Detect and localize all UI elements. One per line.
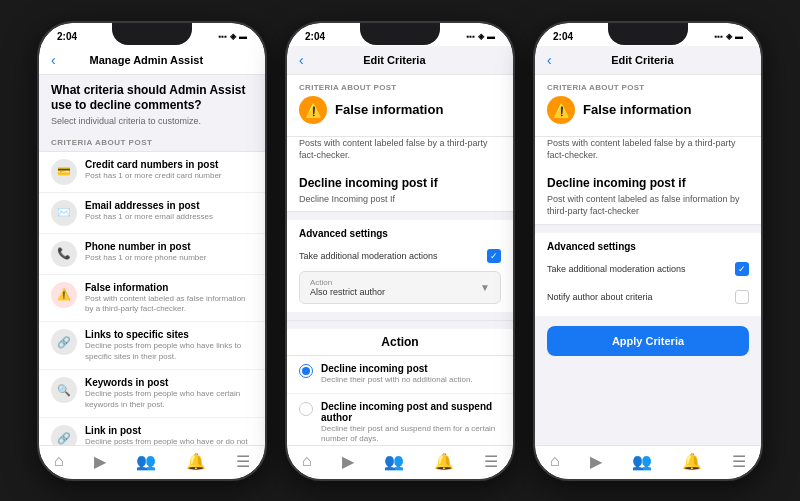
signal-icon-3: ▪▪▪ (714, 32, 723, 41)
notch-3 (608, 23, 688, 45)
criteria-desc-links: Decline posts from people who have links… (85, 341, 253, 362)
criteria-desc-cc: Post has 1 or more credit card number (85, 171, 253, 181)
criteria-name-links: Links to specific sites (85, 329, 253, 340)
criteria-item-keywords[interactable]: 🔍 Keywords in post Decline posts from pe… (39, 370, 265, 418)
phone-3: 2:04 ▪▪▪ ◈ ▬ ‹ Edit Criteria Criteria ab… (533, 21, 763, 481)
criteria-name-phone: Phone number in post (85, 241, 253, 252)
radio-1[interactable] (299, 364, 313, 378)
toggle-text-3b: Notify author about criteria (547, 292, 735, 302)
screen-content-1: What criteria should Admin Assist use to… (39, 75, 265, 445)
tab-menu-1[interactable]: ☰ (236, 452, 250, 471)
criteria-about-label-2: Criteria about post (299, 83, 501, 92)
criteria-desc-link-post: Decline posts from people who have or do… (85, 437, 253, 444)
action-dropdown-2[interactable]: Action Also restrict author ▼ (299, 271, 501, 304)
criteria-name-email: Email addresses in post (85, 200, 253, 211)
phone-icon: 📞 (51, 241, 77, 267)
tab-bar-2: ⌂ ▶ 👥 🔔 ☰ (287, 445, 513, 479)
action-option-2[interactable]: Decline incoming post and suspend author… (287, 394, 513, 445)
nav-title-3: Edit Criteria (552, 54, 733, 66)
signal-icon-1: ▪▪▪ (218, 32, 227, 41)
action-label-2: Action (310, 278, 385, 287)
criteria-about-card-3: Criteria about post ⚠️ False information (535, 75, 761, 137)
false-info-desc-3: Posts with content labeled false by a th… (535, 137, 761, 168)
wifi-icon-3: ◈ (726, 32, 732, 41)
dropdown-chevron-2: ▼ (480, 282, 490, 293)
notch-2 (360, 23, 440, 45)
toggle-text-2: Take additional moderation actions (299, 251, 487, 261)
apply-criteria-button[interactable]: Apply Criteria (547, 326, 749, 356)
tab-video-1[interactable]: ▶ (94, 452, 106, 471)
decline-desc-3: Post with content labeled as false infor… (547, 193, 749, 218)
criteria-desc-phone: Post has 1 or more phone number (85, 253, 253, 263)
tab-groups-3[interactable]: 👥 (632, 452, 652, 471)
criteria-item-links[interactable]: 🔗 Links to specific sites Decline posts … (39, 322, 265, 370)
toggle-text-3a: Take additional moderation actions (547, 264, 735, 274)
screen-content-2: Criteria about post ⚠️ False information… (287, 75, 513, 445)
battery-icon-3: ▬ (735, 32, 743, 41)
radio-2[interactable] (299, 402, 313, 416)
radio-inner-1 (302, 367, 310, 375)
separator-2 (287, 320, 513, 321)
tab-video-2[interactable]: ▶ (342, 452, 354, 471)
battery-icon-1: ▬ (239, 32, 247, 41)
tab-groups-1[interactable]: 👥 (136, 452, 156, 471)
action-option-title-1: Decline incoming post (321, 363, 473, 374)
tab-home-2[interactable]: ⌂ (302, 452, 312, 470)
status-icons-2: ▪▪▪ ◈ ▬ (466, 32, 495, 41)
tab-groups-2[interactable]: 👥 (384, 452, 404, 471)
tab-home-1[interactable]: ⌂ (54, 452, 64, 470)
tab-notif-3[interactable]: 🔔 (682, 452, 702, 471)
nav-bar-1: ‹ Manage Admin Assist (39, 46, 265, 75)
advanced-section-2: Advanced settings Take additional modera… (287, 220, 513, 312)
email-icon: ✉️ (51, 200, 77, 226)
tab-bar-3: ⌂ ▶ 👥 🔔 ☰ (535, 445, 761, 479)
toggle-row-3b[interactable]: Notify author about criteria (547, 286, 749, 308)
criteria-about-card-2: Criteria about post ⚠️ False information (287, 75, 513, 137)
tab-menu-2[interactable]: ☰ (484, 452, 498, 471)
toggle-checkbox-3a[interactable]: ✓ (735, 262, 749, 276)
toggle-row-3a[interactable]: Take additional moderation actions ✓ (547, 258, 749, 280)
advanced-label-3: Advanced settings (547, 241, 749, 252)
toggle-checkbox-2[interactable]: ✓ (487, 249, 501, 263)
warning-icon-2: ⚠️ (299, 96, 327, 124)
action-option-1[interactable]: Decline incoming post Decline their post… (287, 356, 513, 393)
advanced-section-3: Advanced settings Take additional modera… (535, 233, 761, 316)
criteria-about-label-3: Criteria about post (547, 83, 749, 92)
wifi-icon-2: ◈ (478, 32, 484, 41)
tab-video-3[interactable]: ▶ (590, 452, 602, 471)
criteria-item-credit-card[interactable]: 💳 Credit card numbers in post Post has 1… (39, 152, 265, 193)
wifi-icon-1: ◈ (230, 32, 236, 41)
time-1: 2:04 (57, 31, 77, 42)
criteria-name-cc: Credit card numbers in post (85, 159, 253, 170)
toggle-row-2[interactable]: Take additional moderation actions ✓ (299, 245, 501, 267)
criteria-name-false-info: False information (85, 282, 253, 293)
notch-1 (112, 23, 192, 45)
warning-icon-list: ⚠️ (51, 282, 77, 308)
nav-title-2: Edit Criteria (304, 54, 485, 66)
signal-icon-2: ▪▪▪ (466, 32, 475, 41)
tab-menu-3[interactable]: ☰ (732, 452, 746, 471)
criteria-list: 💳 Credit card numbers in post Post has 1… (39, 151, 265, 445)
tab-notif-1[interactable]: 🔔 (186, 452, 206, 471)
phone-1: 2:04 ▪▪▪ ◈ ▬ ‹ Manage Admin Assist What … (37, 21, 267, 481)
decline-title-2: Decline incoming post if (299, 176, 501, 190)
criteria-item-email[interactable]: ✉️ Email addresses in post Post has 1 or… (39, 193, 265, 234)
decline-title-3: Decline incoming post if (547, 176, 749, 190)
tab-home-3[interactable]: ⌂ (550, 452, 560, 470)
criteria-item-phone[interactable]: 📞 Phone number in post Post has 1 or mor… (39, 234, 265, 275)
false-info-title-3: False information (583, 102, 691, 117)
time-3: 2:04 (553, 31, 573, 42)
false-info-desc-2: Posts with content labeled false by a th… (287, 137, 513, 168)
criteria-item-false-info[interactable]: ⚠️ False information Post with content l… (39, 275, 265, 323)
criteria-name-link-post: Link in post (85, 425, 253, 436)
false-info-title-2: False information (335, 102, 443, 117)
nav-bar-3: ‹ Edit Criteria (535, 46, 761, 75)
time-2: 2:04 (305, 31, 325, 42)
criteria-item-link-post[interactable]: 🔗 Link in post Decline posts from people… (39, 418, 265, 444)
screen-content-3: Criteria about post ⚠️ False information… (535, 75, 761, 445)
criteria-desc-keywords: Decline posts from people who have certa… (85, 389, 253, 410)
tab-notif-2[interactable]: 🔔 (434, 452, 454, 471)
nav-title-1: Manage Admin Assist (56, 54, 237, 66)
criteria-desc-false-info: Post with content labeled as false infor… (85, 294, 253, 315)
toggle-checkbox-3b[interactable] (735, 290, 749, 304)
